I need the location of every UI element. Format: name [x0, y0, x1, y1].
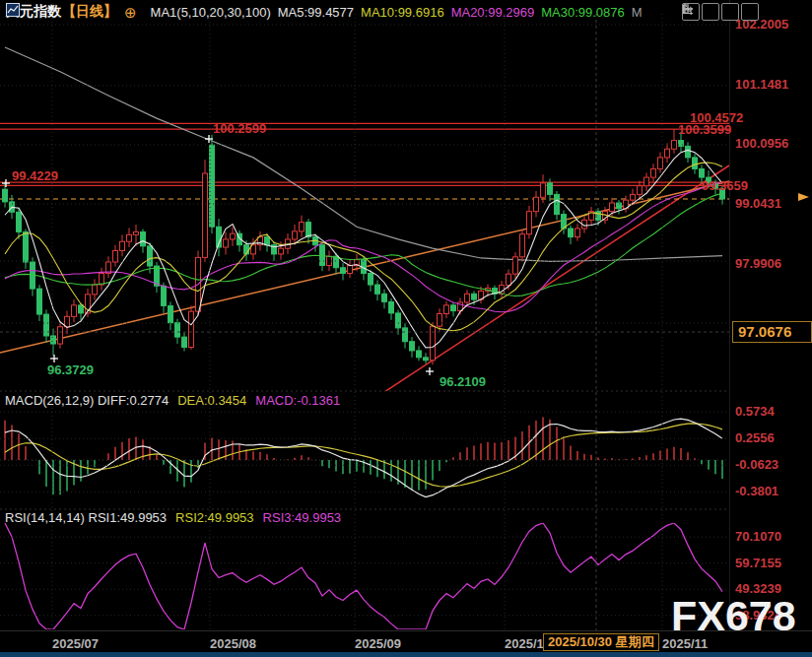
ma-settings-label: MA1(5,10,20,30,100): [151, 5, 271, 20]
watermark: FX678: [671, 592, 796, 640]
ma5-value: MA5:99.4577: [278, 5, 354, 20]
time-label: 2025/08: [210, 636, 256, 651]
hline-price-label: 99.3659: [702, 178, 748, 193]
extreme-price-label: 96.2109: [440, 374, 486, 389]
ma30-value: MA30:99.0876: [541, 5, 625, 20]
chart-canvas[interactable]: [0, 0, 812, 657]
rsi3-value: RSI3:49.9953: [263, 510, 342, 525]
ma100-value-truncated: M: [632, 5, 643, 20]
macd-pane-header: MACD(26,12,9) DIFF:0.2774 DEA:0.3454 MAC…: [5, 393, 340, 408]
hline-price-label: 100.3599: [678, 122, 731, 137]
pane-expand-icon[interactable]: [741, 3, 759, 21]
rsi-tick-label: 59.7155: [735, 556, 781, 570]
ma20-value: MA20:99.2969: [451, 5, 535, 20]
chart-toolbar: [682, 3, 759, 21]
macd-tick-label: 0.5734: [735, 404, 775, 419]
period-label: 【日线】: [62, 3, 117, 21]
macd-tick-label: 0.2556: [735, 430, 775, 445]
time-label: 2025/09: [355, 636, 401, 651]
macd-title: MACD(26,12,9) DIFF:0.2774: [5, 393, 169, 408]
chart-window: 美元指数 【日线】 ⊕ MA1(5,10,20,30,100) MA5:99.4…: [0, 0, 812, 657]
add-indicator-icon[interactable]: ⊕: [124, 5, 137, 20]
rsi2-value: RSI2:49.9953: [175, 510, 254, 525]
macd-tick-label: -0.0623: [735, 457, 778, 472]
macd-tick-label: -0.3801: [735, 484, 778, 498]
time-label: 2025/07: [52, 636, 99, 651]
chart-header: 美元指数 【日线】 ⊕ MA1(5,10,20,30,100) MA5:99.4…: [6, 3, 643, 21]
macd-hist-value: MACD:-0.1361: [255, 393, 340, 408]
extreme-price-label: 99.4229: [12, 168, 58, 183]
x-axis-scale-icon[interactable]: [721, 3, 739, 21]
price-tick-label: 99.0431: [735, 196, 781, 211]
ma10-value: MA10:99.6916: [361, 5, 444, 20]
crosshair-date-label: 2025/10/30 星期四: [543, 633, 659, 651]
rsi-pane-header: RSI(14,14,14) RSI1:49.9953 RSI2:49.9953 …: [5, 510, 341, 525]
price-tick-label: 100.0956: [735, 136, 788, 151]
rsi-title: RSI(14,14,14) RSI1:49.9953: [5, 510, 167, 525]
extreme-price-label: 96.3729: [47, 362, 94, 377]
crosshair-price-label: 97.0676: [732, 321, 812, 343]
price-tick-label: 101.1481: [735, 77, 788, 92]
price-tick-label: 97.9906: [735, 256, 781, 271]
extreme-price-label: 100.2599: [213, 121, 266, 136]
y-axis-scale-icon[interactable]: [702, 3, 719, 21]
bottom-border: [0, 652, 812, 657]
rsi-tick-label: 70.1070: [735, 529, 781, 544]
macd-dea-value: DEA:0.3454: [177, 393, 246, 408]
